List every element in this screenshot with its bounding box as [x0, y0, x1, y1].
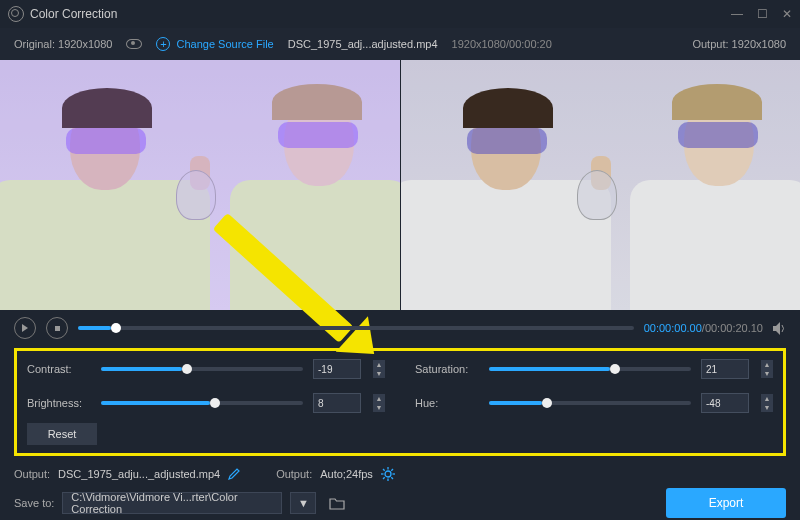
output-settings-icon[interactable]: [381, 467, 395, 481]
seek-slider[interactable]: [78, 326, 634, 330]
svg-rect-1: [55, 326, 60, 331]
preview-area: [0, 60, 800, 310]
contrast-stepper[interactable]: ▲▼: [373, 360, 385, 378]
saturation-slider[interactable]: [489, 367, 691, 371]
reset-button[interactable]: Reset: [27, 423, 97, 445]
hue-value[interactable]: -48: [701, 393, 749, 413]
source-filename: DSC_1975_adj...adjusted.mp4: [288, 38, 438, 50]
svg-marker-2: [773, 322, 780, 335]
svg-point-3: [385, 471, 391, 477]
hue-stepper[interactable]: ▲▼: [761, 394, 773, 412]
output-filename: DSC_1975_adju..._adjusted.mp4: [58, 468, 220, 480]
volume-icon[interactable]: [773, 322, 786, 335]
window-title: Color Correction: [30, 7, 117, 21]
svg-line-8: [383, 469, 385, 471]
contrast-label: Contrast:: [27, 363, 91, 375]
hue-slider[interactable]: [489, 401, 691, 405]
output-format: Auto;24fps: [320, 468, 373, 480]
brightness-row: Brightness: 8 ▲▼: [27, 393, 385, 413]
svg-marker-0: [22, 324, 28, 332]
hue-row: Hue: -48 ▲▼: [415, 393, 773, 413]
svg-line-10: [383, 477, 385, 479]
preview-toggle-icon[interactable]: [126, 39, 142, 49]
brightness-slider[interactable]: [101, 401, 303, 405]
info-toolbar: Original: 1920x1080 + Change Source File…: [0, 28, 800, 60]
timeline: 00:00:00.00/00:00:20.10: [0, 310, 800, 346]
output-file-label: Output:: [14, 468, 50, 480]
stop-button[interactable]: [46, 317, 68, 339]
save-to-label: Save to:: [14, 497, 54, 509]
brightness-label: Brightness:: [27, 397, 91, 409]
export-button[interactable]: Export: [666, 488, 786, 518]
maximize-button[interactable]: ☐: [757, 7, 768, 21]
output-format-label: Output:: [276, 468, 312, 480]
saturation-row: Saturation: 21 ▲▼: [415, 359, 773, 379]
svg-line-11: [391, 469, 393, 471]
app-logo-icon: [8, 6, 24, 22]
brightness-stepper[interactable]: ▲▼: [373, 394, 385, 412]
time-current: 00:00:00.00: [644, 322, 702, 334]
open-folder-icon[interactable]: [324, 492, 350, 514]
svg-line-9: [391, 477, 393, 479]
save-path-field[interactable]: C:\Vidmore\Vidmore Vi...rter\Color Corre…: [62, 492, 282, 514]
contrast-row: Contrast: -19 ▲▼: [27, 359, 385, 379]
original-resolution-label: Original: 1920x1080: [14, 38, 112, 50]
adjustment-panel: Contrast: -19 ▲▼ Saturation: 21 ▲▼ Brigh…: [14, 348, 786, 456]
time-total: 00:00:20.10: [705, 322, 763, 334]
play-button[interactable]: [14, 317, 36, 339]
save-path-dropdown[interactable]: ▼: [290, 492, 316, 514]
contrast-value[interactable]: -19: [313, 359, 361, 379]
timecode: 00:00:00.00/00:00:20.10: [644, 322, 763, 334]
brightness-value[interactable]: 8: [313, 393, 361, 413]
saturation-label: Saturation:: [415, 363, 479, 375]
minimize-button[interactable]: —: [731, 7, 743, 21]
preview-original: [0, 60, 400, 310]
save-row: Save to: C:\Vidmore\Vidmore Vi...rter\Co…: [0, 486, 800, 520]
edit-filename-icon[interactable]: [228, 468, 240, 480]
close-button[interactable]: ✕: [782, 7, 792, 21]
saturation-stepper[interactable]: ▲▼: [761, 360, 773, 378]
change-source-button[interactable]: + Change Source File: [156, 37, 273, 51]
plus-icon: +: [156, 37, 170, 51]
change-source-label: Change Source File: [176, 38, 273, 50]
output-info-row: Output: DSC_1975_adju..._adjusted.mp4 Ou…: [0, 462, 800, 486]
source-meta: 1920x1080/00:00:20: [452, 38, 552, 50]
titlebar: Color Correction — ☐ ✕: [0, 0, 800, 28]
saturation-value[interactable]: 21: [701, 359, 749, 379]
contrast-slider[interactable]: [101, 367, 303, 371]
output-resolution-label: Output: 1920x1080: [692, 38, 786, 50]
hue-label: Hue:: [415, 397, 479, 409]
preview-adjusted: [400, 60, 801, 310]
